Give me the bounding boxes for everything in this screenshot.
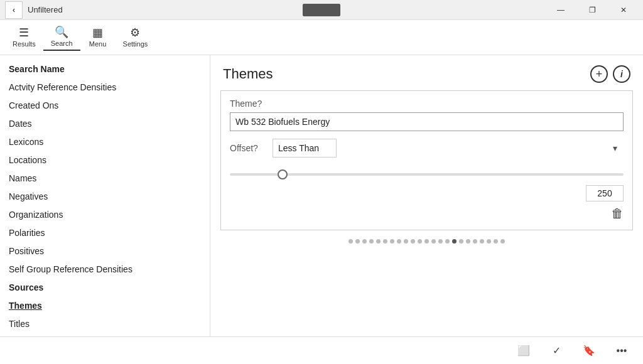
panel-header: Themes + i <box>210 55 643 90</box>
window-title: Unfiltered <box>28 5 546 14</box>
sidebar-header: Search Name <box>0 60 210 78</box>
offset-select[interactable]: Less Than Greater Than Equal To <box>273 139 337 158</box>
pagination-dot-9[interactable] <box>411 239 415 244</box>
bottom-btn-more[interactable]: ••• <box>610 340 633 362</box>
pagination-dot-10[interactable] <box>418 239 422 244</box>
bookmark-icon: 🔖 <box>583 345 595 356</box>
slider-value-row <box>230 185 624 201</box>
sidebar-item-dates[interactable]: Dates <box>0 115 210 133</box>
sidebar-item-negatives[interactable]: Negatives <box>0 188 210 206</box>
pagination-dot-18[interactable] <box>473 239 477 244</box>
theme-input[interactable] <box>230 112 624 131</box>
pagination-dot-21[interactable] <box>494 239 498 244</box>
title-bar: ‹ Unfiltered — ❐ ✕ <box>0 0 643 20</box>
pagination-dot-20[interactable] <box>487 239 491 244</box>
sidebar: Search Name Actvity Reference Densities … <box>0 55 210 336</box>
results-icon: ☰ <box>19 27 29 38</box>
pagination-dot-16[interactable] <box>459 239 463 244</box>
title-search-bar <box>303 4 340 16</box>
pagination-dot-2[interactable] <box>362 239 367 244</box>
pagination-dot-4[interactable] <box>376 239 381 244</box>
sidebar-item-activity[interactable]: Actvity Reference Densities <box>0 78 210 97</box>
pagination-dot-6[interactable] <box>390 239 394 244</box>
pagination <box>210 230 643 252</box>
toolbar-settings[interactable]: ⚙ Settings <box>116 24 156 50</box>
pagination-dot-12[interactable] <box>431 239 436 244</box>
toolbar-search[interactable]: 🔍 Search <box>43 24 80 51</box>
pagination-dot-17[interactable] <box>466 239 470 244</box>
back-button[interactable]: ‹ <box>5 1 23 19</box>
main-content: Search Name Actvity Reference Densities … <box>0 55 643 336</box>
sidebar-item-themes[interactable]: Themes <box>0 297 210 315</box>
slider-value-input[interactable] <box>586 185 624 201</box>
pagination-dot-5[interactable] <box>383 239 387 244</box>
search-icon: 🔍 <box>55 26 68 38</box>
slider-area <box>230 165 624 183</box>
pagination-dot-8[interactable] <box>404 239 408 244</box>
pagination-dot-0[interactable] <box>349 239 353 244</box>
close-button[interactable]: ✕ <box>609 0 638 20</box>
pagination-dot-7[interactable] <box>397 239 401 244</box>
pagination-dot-13[interactable] <box>438 239 443 244</box>
toolbar-results[interactable]: ☰ Results <box>5 24 43 50</box>
trash-icon: 🗑 <box>611 206 624 221</box>
value-slider[interactable] <box>230 173 624 176</box>
add-button[interactable]: + <box>590 65 608 83</box>
panel-title: Themes <box>223 66 273 82</box>
sidebar-item-lexicons[interactable]: Lexicons <box>0 133 210 151</box>
more-icon: ••• <box>617 345 627 356</box>
toolbar: ☰ Results 🔍 Search ▦ Menu ⚙ Settings <box>0 20 643 55</box>
maximize-button[interactable]: ❐ <box>578 0 607 20</box>
sidebar-item-locations[interactable]: Locations <box>0 151 210 169</box>
right-panel: Themes + i Theme? Offset? Less Than Grea… <box>210 55 643 336</box>
bottom-bar: ⬜ ✓ 🔖 ••• <box>0 336 643 364</box>
checkmark-icon: ✓ <box>553 345 561 356</box>
sidebar-item-organizations[interactable]: Organizations <box>0 206 210 224</box>
search-label: Search <box>51 40 73 47</box>
bottom-btn-bookmark[interactable]: 🔖 <box>578 340 600 362</box>
pagination-dot-14[interactable] <box>445 239 450 244</box>
panel-header-actions: + i <box>590 65 630 83</box>
offset-label: Offset? <box>230 143 265 153</box>
offset-row: Offset? Less Than Greater Than Equal To <box>230 139 624 158</box>
toolbar-menu[interactable]: ▦ Menu <box>80 24 116 50</box>
sidebar-item-names[interactable]: Names <box>0 169 210 188</box>
settings-label: Settings <box>123 40 148 48</box>
sidebar-item-created-ons[interactable]: Created Ons <box>0 97 210 115</box>
sidebar-item-polarities[interactable]: Polarities <box>0 224 210 242</box>
theme-card: Theme? Offset? Less Than Greater Than Eq… <box>220 90 633 230</box>
pagination-dot-11[interactable] <box>424 239 429 244</box>
sidebar-item-self-group[interactable]: Self Group Reference Densities <box>0 260 210 279</box>
offset-select-wrapper: Less Than Greater Than Equal To <box>273 139 624 158</box>
menu-icon: ▦ <box>92 27 103 38</box>
results-label: Results <box>13 40 36 48</box>
info-button[interactable]: i <box>613 65 630 83</box>
delete-button[interactable]: 🗑 <box>230 206 624 221</box>
theme-field-label: Theme? <box>230 99 624 109</box>
sidebar-item-sources[interactable]: Sources <box>0 279 210 297</box>
window-controls: — ❐ ✕ <box>546 0 638 20</box>
pagination-dot-15[interactable] <box>452 239 457 244</box>
sidebar-item-titles[interactable]: Titles <box>0 315 210 333</box>
pagination-dot-22[interactable] <box>500 239 505 244</box>
picture-icon: ⬜ <box>517 345 530 356</box>
pagination-dot-3[interactable] <box>369 239 374 244</box>
bottom-btn-check[interactable]: ✓ <box>545 340 568 362</box>
minimize-button[interactable]: — <box>546 0 575 20</box>
panel-spacer <box>210 252 643 336</box>
menu-label: Menu <box>89 40 107 48</box>
pagination-dot-1[interactable] <box>355 239 360 244</box>
settings-icon: ⚙ <box>130 27 140 38</box>
bottom-btn-1[interactable]: ⬜ <box>512 340 535 362</box>
pagination-dot-19[interactable] <box>480 239 484 244</box>
sidebar-item-positives[interactable]: Positives <box>0 242 210 260</box>
